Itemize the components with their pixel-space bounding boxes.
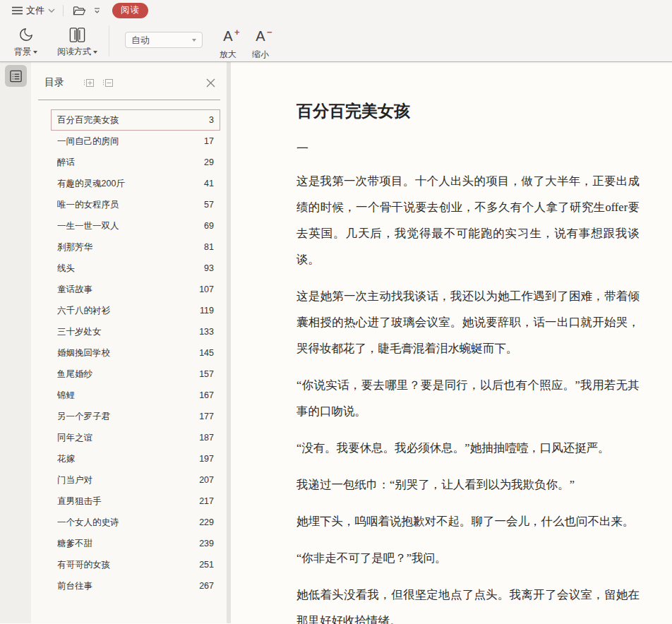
zoom-out-label: 缩小	[252, 49, 269, 61]
toc-item-page: 197	[199, 454, 214, 464]
toc-item[interactable]: 另一个罗子君 177	[51, 406, 220, 427]
moon-icon	[18, 27, 34, 42]
toc-item[interactable]: 有趣的灵魂200斤 41	[51, 173, 220, 194]
paragraph: 她埋下头，呜咽着说抱歉对不起。聊了一会儿，什么也问不出来。	[296, 508, 640, 534]
left-rail	[0, 62, 31, 623]
toc-item-label: 锦鲤	[57, 390, 193, 402]
toc-item[interactable]: 刹那芳华 81	[51, 236, 220, 258]
chapter-body: 这是我第一次带项目。十个人出头的项目，做了大半年，正要出成绩的时候，一个骨干说要…	[296, 168, 640, 624]
toc-item[interactable]: 一间自己的房间 17	[51, 131, 220, 152]
ebook-reader-window: 文件 阅读 背景 阅读方式	[0, 0, 672, 624]
toc-item-page: 57	[204, 200, 214, 210]
file-menu[interactable]: 文件	[12, 4, 55, 17]
reading-mode-button[interactable]: 阅读方式	[53, 25, 102, 58]
toc-item-label: 唯一的女程序员	[57, 199, 198, 211]
toc-item-page: 133	[199, 327, 214, 337]
toc-item[interactable]: 同年之谊 187	[51, 427, 220, 448]
toc-item-label: 一个女人的史诗	[57, 517, 193, 529]
toc-item-label: 有哥哥的女孩	[57, 559, 193, 571]
page-content: 百分百完美女孩 一 这是我第一次带项目。十个人出头的项目，做了大半年，正要出成绩…	[231, 62, 672, 623]
paragraph: 我递过一包纸巾：“别哭了，让人看到以为我欺负你。”	[296, 472, 640, 498]
read-mode-badge[interactable]: 阅读	[112, 3, 148, 18]
caret-down-icon	[93, 51, 97, 54]
toc-item-page: 17	[204, 136, 214, 146]
toc-item-page: 251	[199, 560, 214, 570]
toc-item-label: 鱼尾婚纱	[57, 368, 193, 380]
close-toc-button[interactable]	[206, 78, 215, 88]
toc-item-page: 157	[199, 369, 214, 379]
toc-item[interactable]: 一生一世一双人 69	[51, 215, 220, 236]
paragraph: “你说实话，要去哪里？要是同行，以后也有个照应。”我用若无其事的口吻说。	[296, 372, 640, 424]
menubar-divider	[63, 5, 64, 16]
toc-item-label: 线头	[57, 263, 198, 275]
paragraph: 这是她第一次主动找我谈话，我还以为她工作遇到了困难，带着倾囊相授的热心进了玻璃会…	[296, 283, 640, 361]
toc-item[interactable]: 醉话 29	[51, 152, 220, 173]
toc-item[interactable]: 婚姻挽回学校 145	[51, 342, 220, 364]
toc-item[interactable]: 糖爹不甜 239	[51, 533, 220, 554]
toc-toggle-button[interactable]	[5, 65, 27, 87]
toc-item[interactable]: 门当户对 207	[51, 469, 220, 491]
toc-list: 百分百完美女孩 3 一间自己的房间 17 醉话 29 有趣的灵魂200	[51, 109, 220, 596]
select-caret-icon	[192, 39, 196, 42]
toc-item-label: 刹那芳华	[57, 241, 198, 253]
zoom-in-icon: A+	[223, 27, 232, 45]
toc-item-label: 一间自己的房间	[57, 136, 198, 148]
paragraph: “你非走不可了是吧？”我问。	[296, 545, 640, 571]
file-menu-label: 文件	[26, 4, 44, 17]
hamburger-icon	[12, 6, 23, 15]
expand-all-button[interactable]	[83, 78, 94, 88]
toc-item[interactable]: 花嫁 197	[51, 448, 220, 469]
zoom-level-select[interactable]: 自动	[125, 32, 203, 48]
toc-item[interactable]: 有哥哥的女孩 251	[51, 554, 220, 575]
toc-item[interactable]: 童话故事 107	[51, 279, 220, 300]
folder-icon	[73, 6, 86, 16]
toc-item[interactable]: 一个女人的史诗 229	[51, 512, 220, 533]
toc-item-page: 167	[199, 390, 214, 400]
toc-item-page: 29	[204, 157, 214, 167]
zoom-out-icon: A−	[256, 27, 265, 45]
open-file-dropdown-button[interactable]	[92, 6, 102, 16]
dropdown-chevron-icon	[93, 7, 101, 14]
book-pages-icon	[68, 27, 86, 43]
toc-item-page: 267	[199, 581, 214, 591]
toc-item[interactable]: 锦鲤 167	[51, 385, 220, 406]
toc-item[interactable]: 前台往事 267	[51, 575, 220, 596]
open-file-button[interactable]	[71, 4, 88, 18]
toc-item-label: 六千八的衬衫	[57, 305, 194, 317]
zoom-in-label: 放大	[220, 49, 236, 61]
toc-item-page: 93	[204, 263, 214, 273]
toc-item-label: 同年之谊	[57, 432, 193, 444]
toc-item-page: 239	[199, 539, 214, 548]
toc-item-page: 107	[199, 284, 214, 294]
toc-item-page: 207	[199, 475, 214, 485]
toc-item-page: 3	[209, 115, 214, 125]
paragraph: 这是我第一次带项目。十个人出头的项目，做了大半年，正要出成绩的时候，一个骨干说要…	[296, 168, 640, 272]
reading-mode-label: 阅读方式	[57, 46, 91, 58]
toc-item-label: 婚姻挽回学校	[57, 347, 193, 359]
toc-item[interactable]: 线头 93	[51, 258, 220, 279]
toc-item-label: 醉话	[57, 157, 198, 169]
paragraph: 她低着头没看我，但很坚定地点了点头。我离开了会议室，留她在那里好好收拾情绪。	[296, 582, 640, 624]
menubar: 文件 阅读	[0, 0, 672, 21]
toc-title: 目录	[44, 76, 64, 89]
toc-item-page: 119	[200, 306, 214, 316]
toc-item[interactable]: 六千八的衬衫 119	[51, 300, 220, 321]
toc-item[interactable]: 鱼尾婚纱 157	[51, 364, 220, 385]
close-icon	[206, 78, 215, 88]
toc-item-label: 一生一世一双人	[57, 220, 198, 232]
paragraph: “没有。我要休息。我必须休息。”她抽抽噎噎，口风还挺严。	[296, 435, 640, 461]
toc-item[interactable]: 直男狙击手 217	[51, 491, 220, 512]
collapse-all-icon	[102, 78, 113, 88]
toc-item-page: 69	[204, 221, 214, 231]
toc-item[interactable]: 唯一的女程序员 57	[51, 194, 220, 215]
expand-all-icon	[83, 78, 94, 88]
caret-down-icon	[33, 51, 37, 54]
toc-item[interactable]: 三十岁处女 133	[51, 321, 220, 342]
toc-item[interactable]: 百分百完美女孩 3	[51, 109, 220, 131]
toc-panel: 目录 百分百完美女孩 3	[31, 62, 227, 623]
zoom-level-value: 自动	[131, 34, 150, 47]
background-button[interactable]: 背景	[10, 25, 42, 58]
zoom-out-button[interactable]: A− 缩小	[248, 27, 273, 61]
zoom-in-button[interactable]: A+ 放大	[215, 27, 241, 61]
collapse-all-button[interactable]	[102, 78, 113, 88]
